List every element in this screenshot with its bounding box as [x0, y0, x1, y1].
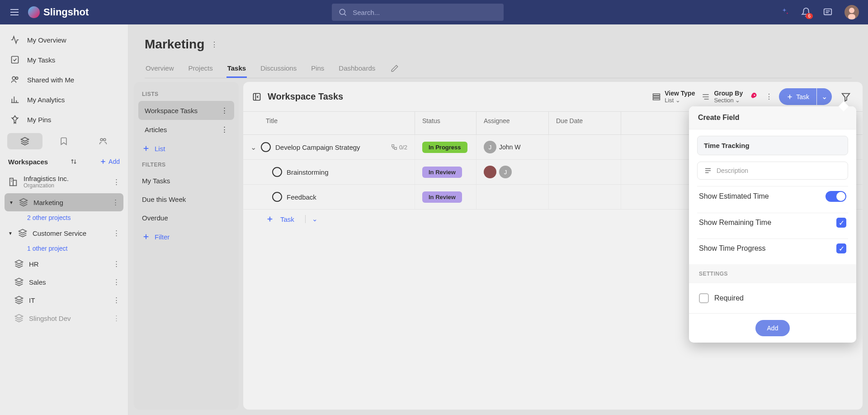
tab-overview[interactable]: Overview: [145, 60, 175, 78]
col-due[interactable]: Due Date: [549, 112, 621, 134]
add-workspace-button[interactable]: Add: [99, 158, 120, 165]
opt-estimated-time: Show Estimated Time: [697, 186, 848, 206]
logo-icon: [28, 6, 40, 18]
filter-icon[interactable]: [838, 89, 854, 105]
group-by-control[interactable]: Group By Section ⌄: [701, 90, 743, 104]
workspace-hr[interactable]: HR ⋮: [0, 255, 128, 273]
more-icon[interactable]: ⋮: [112, 198, 119, 206]
workspace-customer-service[interactable]: ▼ Customer Service ⋮: [0, 224, 128, 242]
opt-required: Required: [697, 290, 848, 307]
chevron-down-icon[interactable]: ⌄: [305, 215, 318, 223]
more-icon[interactable]: ⋮: [113, 229, 120, 237]
list-articles[interactable]: Articles ⋮: [138, 120, 234, 139]
users-icon: [10, 75, 20, 85]
checkbox-progress[interactable]: ✓: [836, 243, 846, 253]
svg-rect-36: [653, 94, 660, 95]
assignee[interactable]: J John W: [484, 141, 520, 153]
list-workspace-tasks[interactable]: Workspace Tasks ⋮: [138, 101, 234, 120]
nav-analytics[interactable]: My Analytics: [0, 90, 128, 110]
list-icon: [652, 92, 661, 101]
layers-icon: [14, 259, 24, 268]
app-logo[interactable]: Slingshot: [28, 6, 89, 18]
svg-line-4: [344, 14, 346, 16]
org-name: Infragistics Inc.: [24, 175, 69, 182]
status-pill[interactable]: In Progress: [422, 142, 467, 153]
task-status-circle[interactable]: [272, 167, 282, 177]
toggle-estimated[interactable]: [826, 191, 846, 202]
nav-pins[interactable]: My Pins: [0, 110, 128, 129]
collapse-icon[interactable]: [252, 92, 261, 101]
new-task-dropdown[interactable]: ⌄: [817, 88, 832, 105]
page-more-icon[interactable]: ⋮: [211, 40, 218, 49]
content: Marketing ⋮ Overview Projects Tasks Disc…: [128, 24, 868, 415]
assignee[interactable]: J: [484, 166, 512, 178]
nav-my-overview[interactable]: My Overview: [0, 30, 128, 50]
col-status[interactable]: Status: [415, 112, 476, 134]
rocket-icon[interactable]: [749, 92, 759, 102]
workspace-slingshot-dev[interactable]: Slingshot Dev ⋮: [0, 309, 128, 327]
opt-remaining-time: Show Remaining Time ✓: [697, 213, 848, 232]
opt-time-progress: Show Time Progress ✓: [697, 239, 848, 258]
hamburger-icon[interactable]: [9, 7, 20, 18]
workspace-sales[interactable]: Sales ⋮: [0, 273, 128, 291]
checkbox-remaining[interactable]: ✓: [836, 218, 846, 228]
ws-other-projects[interactable]: 2 other projects: [0, 211, 128, 224]
tab-projects[interactable]: Projects: [188, 60, 214, 78]
status-pill[interactable]: In Review: [422, 167, 462, 178]
col-title[interactable]: Title: [243, 112, 415, 134]
tab-discussions[interactable]: Discussions: [259, 60, 297, 78]
more-icon[interactable]: ⋮: [221, 106, 228, 114]
task-status-circle[interactable]: [261, 142, 271, 152]
status-pill[interactable]: In Review: [422, 191, 462, 203]
workspace-it[interactable]: IT ⋮: [0, 291, 128, 309]
more-icon[interactable]: ⋮: [113, 278, 120, 286]
task-status-circle[interactable]: [272, 192, 282, 202]
task-name: Brainstorming: [287, 168, 329, 176]
field-name-input[interactable]: Time Tracking: [697, 136, 848, 155]
sparkle-icon[interactable]: [779, 7, 789, 17]
workspace-org[interactable]: Infragistics Inc. Organization ⋮: [0, 170, 128, 193]
more-icon[interactable]: ⋮: [765, 92, 773, 101]
nav-shared[interactable]: Shared with Me: [0, 70, 128, 90]
view-people-button[interactable]: [85, 133, 121, 149]
col-assignee[interactable]: Assignee: [476, 112, 549, 134]
more-icon[interactable]: ⋮: [113, 314, 120, 322]
svg-marker-25: [19, 229, 27, 233]
workspace-marketing[interactable]: ▼ Marketing ⋮: [5, 193, 123, 211]
tab-dashboards[interactable]: Dashboards: [338, 60, 376, 78]
nav-label: My Overview: [27, 36, 66, 44]
tab-pins[interactable]: Pins: [310, 60, 325, 78]
tab-tasks[interactable]: Tasks: [226, 60, 247, 78]
add-list-button[interactable]: List: [134, 139, 239, 158]
checkbox-required[interactable]: [699, 293, 709, 303]
chat-icon[interactable]: [823, 7, 833, 17]
ws-name: IT: [29, 296, 35, 304]
user-avatar[interactable]: [844, 5, 859, 19]
more-icon[interactable]: ⋮: [221, 125, 228, 134]
more-icon[interactable]: ⋮: [113, 178, 120, 186]
search-input[interactable]: [353, 9, 497, 16]
sort-icon[interactable]: [70, 157, 78, 166]
caret-down-icon[interactable]: ▼: [8, 231, 13, 236]
nav-my-tasks[interactable]: My Tasks: [0, 50, 128, 70]
layers-icon: [14, 277, 24, 286]
caret-down-icon[interactable]: ▼: [9, 200, 14, 205]
view-layers-button[interactable]: [7, 133, 42, 149]
field-description-input[interactable]: Description: [697, 162, 848, 180]
more-icon[interactable]: ⋮: [113, 296, 120, 304]
chevron-down-icon[interactable]: ⌄: [250, 143, 256, 152]
new-task-button[interactable]: Task: [779, 88, 816, 105]
add-field-button[interactable]: Add: [755, 320, 790, 336]
search-box[interactable]: [332, 4, 504, 21]
more-icon[interactable]: ⋮: [113, 260, 120, 268]
filter-overdue[interactable]: Overdue: [134, 209, 239, 227]
edit-tabs-icon[interactable]: [389, 60, 401, 78]
notifications-button[interactable]: 6: [801, 7, 811, 17]
ws-other-projects[interactable]: 1 other project: [0, 242, 128, 255]
filter-my-tasks[interactable]: My Tasks: [134, 172, 239, 190]
add-filter-button[interactable]: Filter: [134, 227, 239, 246]
view-bookmark-button[interactable]: [46, 133, 81, 149]
filter-due-this-week[interactable]: Due this Week: [134, 190, 239, 209]
ws-name: HR: [29, 260, 39, 268]
view-type-control[interactable]: View Type List ⌄: [652, 90, 695, 104]
